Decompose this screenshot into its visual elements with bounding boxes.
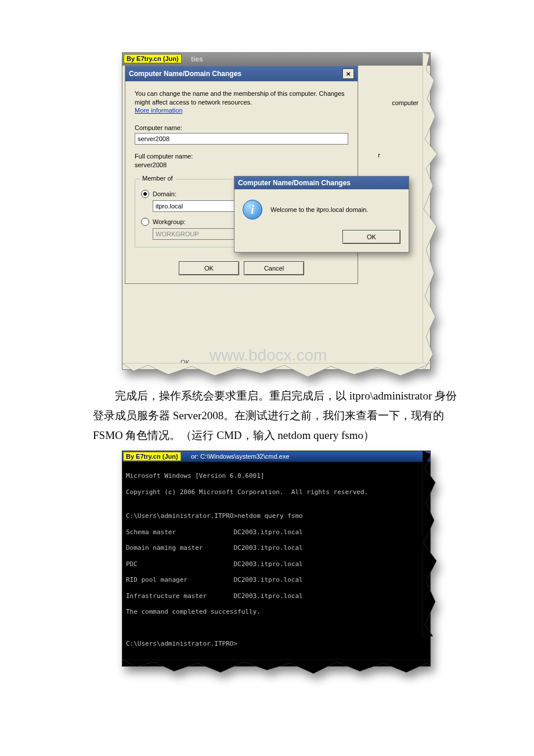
full-name-label: Full computer name: bbox=[135, 153, 348, 160]
msgbox-ok-button[interactable]: OK bbox=[342, 230, 400, 244]
computer-name-input[interactable] bbox=[135, 133, 348, 145]
welcome-msgbox: Computer Name/Domain Changes i Welcome t… bbox=[234, 176, 409, 253]
bg-label-computer: computer bbox=[392, 99, 418, 106]
domain-radio[interactable] bbox=[141, 190, 149, 198]
bg-label-r: r bbox=[378, 152, 380, 159]
msgbox-titlebar: Computer Name/Domain Changes bbox=[234, 177, 409, 189]
close-icon[interactable]: ✕ bbox=[342, 69, 354, 79]
msgbox-text: Welcome to the itpro.local domain. bbox=[270, 206, 369, 213]
watermark-badge: By E7try.cn (Jun) bbox=[124, 54, 182, 63]
dialog1-cancel-button[interactable]: Cancel bbox=[244, 261, 304, 275]
bg-title-suffix: ties bbox=[191, 55, 203, 63]
dialog1-ok-button[interactable]: OK bbox=[179, 261, 239, 275]
cmd-title-path: C:\Windows\system32\cmd.exe bbox=[200, 453, 289, 460]
bg-ok-fragment: OK bbox=[181, 359, 190, 366]
dialog1-description: You can change the name and the membersh… bbox=[135, 89, 348, 107]
workgroup-radio[interactable] bbox=[141, 218, 149, 226]
computer-name-label: Computer name: bbox=[135, 124, 348, 131]
cmd-title-prefix: or: bbox=[191, 453, 199, 460]
msgbox-title: Computer Name/Domain Changes bbox=[238, 179, 351, 187]
dialog1-title: Computer Name/Domain Changes bbox=[129, 70, 241, 78]
doc-paragraph: 完成后，操作系统会要求重启。重启完成后，以 itpro\administrato… bbox=[93, 386, 459, 446]
workgroup-radio-label: Workgroup: bbox=[153, 218, 186, 225]
cmd-titlebar: By E7try.cn (Jun) or: C:\Windows\system3… bbox=[122, 451, 430, 462]
screenshot-cmd: By E7try.cn (Jun) or: C:\Windows\system3… bbox=[122, 451, 430, 667]
member-of-legend: Member of bbox=[140, 175, 175, 182]
watermark-text: www.bdocx.com bbox=[210, 346, 327, 365]
info-icon: i bbox=[243, 200, 262, 219]
dialog1-titlebar: Computer Name/Domain Changes ✕ bbox=[125, 66, 358, 81]
screenshot-domain-dialog: By E7try.cn (Jun) ties computer r Comput… bbox=[122, 52, 430, 370]
cmd-output: Microsoft Windows [Version 6.0.6001] Cop… bbox=[122, 462, 430, 667]
more-info-link[interactable]: More information bbox=[135, 107, 183, 114]
domain-radio-label: Domain: bbox=[153, 190, 176, 197]
full-name-value: server2008 bbox=[135, 161, 348, 168]
watermark-badge-2: By E7try.cn (Jun) bbox=[123, 452, 181, 461]
